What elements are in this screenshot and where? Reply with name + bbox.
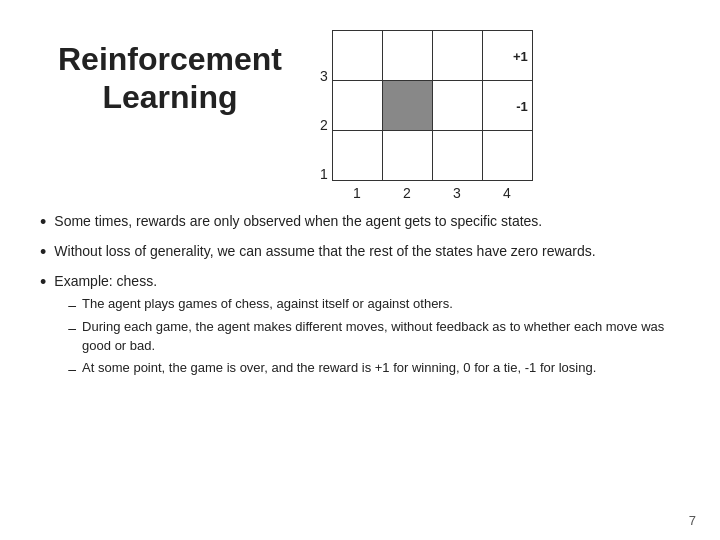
y-labels: 3 2 1 (320, 51, 328, 201)
bullet-item-2: • Without loss of generality, we can ass… (40, 241, 690, 265)
bullet-text-1: Some times, rewards are only observed wh… (54, 211, 542, 231)
bullet-dot-2: • (40, 240, 46, 265)
grid: +1 -1 (332, 30, 533, 201)
cell-3-3 (432, 31, 482, 81)
slide-container: Reinforcement Learning 3 2 1 (0, 0, 720, 540)
x-labels-row: 1 2 3 4 (332, 181, 533, 201)
sub-bullet-2: – During each game, the agent makes diff… (68, 318, 690, 356)
bullet-dot-3: • (40, 270, 46, 295)
sub-bullets: – The agent plays games of chess, agains… (54, 295, 690, 379)
bullet-item-1: • Some times, rewards are only observed … (40, 211, 690, 235)
y-label-3: 3 (320, 51, 328, 100)
sub-bullet-text-3: At some point, the game is over, and the… (82, 359, 596, 378)
cell-2-4: -1 (482, 81, 532, 131)
chart-block: 3 2 1 (320, 30, 533, 201)
bullets-section: • Some times, rewards are only observed … (30, 211, 690, 382)
sub-bullet-3: – At some point, the game is over, and t… (68, 359, 690, 379)
bullet-3-content: Example: chess. – The agent plays games … (54, 271, 690, 382)
sub-bullet-text-1: The agent plays games of chess, against … (82, 295, 453, 314)
x-label-4: 4 (482, 185, 532, 201)
cell-1-1 (332, 131, 382, 181)
grid-row-2: -1 (332, 81, 532, 131)
slide-title: Reinforcement Learning (30, 40, 310, 117)
bullet-text-2: Without loss of generality, we can assum… (54, 241, 595, 261)
sub-bullet-1: – The agent plays games of chess, agains… (68, 295, 690, 315)
grid-row-3: +1 (332, 31, 532, 81)
sub-bullet-text-2: During each game, the agent makes differ… (82, 318, 690, 356)
label-minus1: -1 (516, 98, 528, 113)
bullet-item-3: • Example: chess. – The agent plays game… (40, 271, 690, 382)
title-block: Reinforcement Learning (30, 30, 310, 117)
cell-2-2-gray (382, 81, 432, 131)
page-number: 7 (689, 513, 696, 528)
x-label-2: 2 (382, 185, 432, 201)
sub-dash-1: – (68, 295, 76, 315)
grid-and-ylabels: 3 2 1 (320, 30, 533, 201)
label-plus1: +1 (513, 48, 528, 63)
cell-3-4: +1 (482, 31, 532, 81)
cell-1-3 (432, 131, 482, 181)
cell-3-1 (332, 31, 382, 81)
title-line2: Learning (102, 79, 237, 115)
x-label-3: 3 (432, 185, 482, 201)
chart-wrapper: 3 2 1 (320, 30, 533, 201)
sub-dash-3: – (68, 359, 76, 379)
grid-row-1 (332, 131, 532, 181)
cell-3-2 (382, 31, 432, 81)
cell-1-2 (382, 131, 432, 181)
sub-dash-2: – (68, 318, 76, 338)
bullet-dot-1: • (40, 210, 46, 235)
y-label-2: 2 (320, 100, 328, 149)
cell-1-4 (482, 131, 532, 181)
cell-2-3 (432, 81, 482, 131)
bullet-text-3: Example: chess. (54, 273, 157, 289)
top-section: Reinforcement Learning 3 2 1 (30, 30, 690, 201)
cell-2-1 (332, 81, 382, 131)
y-label-1: 1 (320, 150, 328, 199)
x-label-1: 1 (332, 185, 382, 201)
title-line1: Reinforcement (58, 41, 282, 77)
grid-table: +1 -1 (332, 30, 533, 181)
